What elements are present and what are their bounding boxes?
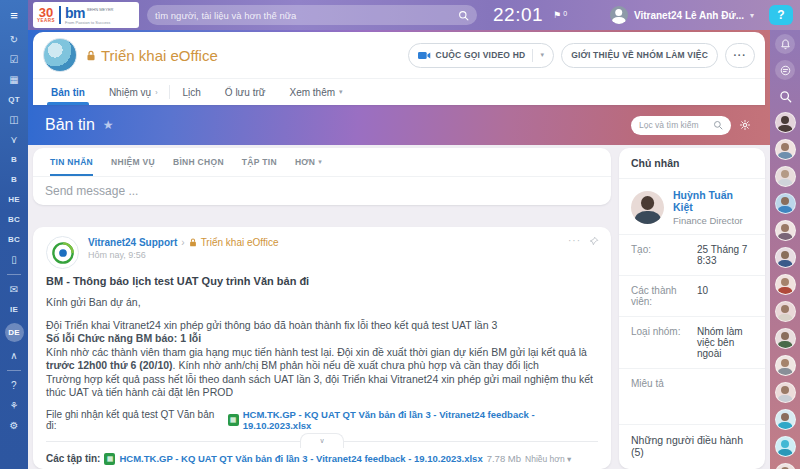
feed-tab-binh-chon[interactable]: BÌNH CHỌN <box>164 148 233 176</box>
global-search[interactable] <box>147 5 477 25</box>
online-user-avatar[interactable] <box>775 139 796 160</box>
online-user-avatar[interactable] <box>775 166 796 187</box>
live-feed-icon[interactable]: ↻ <box>0 33 28 46</box>
attachment-link[interactable]: HCM.TK.GP - KQ UAT QT Văn bản đi lần 3 -… <box>119 453 482 464</box>
message-composer[interactable] <box>33 177 611 205</box>
author-logo-avatar[interactable] <box>46 236 79 269</box>
chevron-down-icon: ▾ <box>567 454 571 464</box>
online-user-avatar[interactable] <box>775 274 796 295</box>
sidebar-item-bc2[interactable]: BC <box>0 233 28 246</box>
chevron-down-icon[interactable]: ▾ <box>540 51 544 59</box>
excel-file-icon: ▦ <box>228 414 239 426</box>
help-icon[interactable]: ? <box>0 379 28 392</box>
group-title-text: Triển khai eOffice <box>101 47 218 64</box>
post-author-link[interactable]: Vitranet24 Support <box>88 237 177 248</box>
created-row: Tạo: 25 Tháng 7 8:33 <box>619 234 765 275</box>
owner-row[interactable]: Huỳnh Tuấn Kiệt Finance Director <box>619 179 765 234</box>
video-call-label: CUỘC GỌI VIDEO HD <box>436 50 526 60</box>
members-value[interactable]: 10 <box>697 285 708 307</box>
flag-counter[interactable]: ⚑ 0 <box>553 10 567 20</box>
search-icon[interactable] <box>775 86 795 106</box>
group-avatar[interactable] <box>43 38 77 72</box>
online-user-avatar[interactable] <box>775 112 796 133</box>
bot-icon[interactable]: ◫ <box>0 113 28 126</box>
online-user-avatar[interactable] <box>775 247 796 268</box>
user-menu[interactable]: Vitranet24 Lê Anh Đứ... ▾ <box>610 6 754 24</box>
group-more-button[interactable]: ··· <box>725 43 755 68</box>
notifications-bell-icon[interactable] <box>775 34 795 54</box>
feed-tab-tin-nhan[interactable]: TIN NHẮN <box>41 148 102 176</box>
video-call-button[interactable]: CUỘC GỌI VIDEO HD ▾ <box>408 43 555 68</box>
feed-tab-nhiem-vu[interactable]: NHIỆM VỤ <box>102 148 164 176</box>
chevron-up-icon[interactable]: ∧ <box>0 349 28 362</box>
clock[interactable]: 22:01 <box>493 4 543 26</box>
tab-xem-them[interactable]: Xem thêm ▾ <box>277 79 354 105</box>
online-user-avatar[interactable] <box>775 301 796 322</box>
top-bar: 30 YEARS bm BEHN MEYER From Passion to S… <box>28 0 800 30</box>
online-user-avatar[interactable] <box>775 463 796 469</box>
online-user-avatar[interactable] <box>775 382 796 403</box>
tasks-icon[interactable]: ☑ <box>0 53 28 66</box>
members-label: Các thành viên: <box>631 285 697 307</box>
pin-icon[interactable] <box>589 236 599 246</box>
post-text-bold: trước 12h00 thứ 6 (20/10) <box>46 359 173 371</box>
owner-name[interactable]: Huỳnh Tuấn Kiệt <box>673 189 753 213</box>
online-user-avatar[interactable] <box>775 355 796 376</box>
collapse-button[interactable]: ∨ <box>300 433 344 448</box>
sidebar-item-bc1[interactable]: BC <box>0 213 28 226</box>
attachments-more-button[interactable]: Nhiều hơn ▾ <box>525 454 571 464</box>
page-title: Bản tin <box>45 116 95 134</box>
feed-tab-label: HƠN <box>295 157 315 167</box>
sidebar-divider <box>7 274 21 275</box>
message-input[interactable] <box>45 184 599 198</box>
company-logo[interactable]: 30 YEARS bm BEHN MEYER From Passion to S… <box>33 2 139 28</box>
sidebar-item-de-active[interactable]: DE <box>5 323 24 342</box>
post-paragraph: Trường hợp kết quả pass hết lỗi theo dan… <box>46 373 598 400</box>
feed-tab-label: NHIỆM VỤ <box>111 157 155 167</box>
moderators-title: Những người điều hành (5) <box>631 434 743 458</box>
online-user-avatar[interactable] <box>775 328 796 349</box>
global-search-input[interactable] <box>155 10 458 21</box>
sidebar-item-b1[interactable]: B <box>0 153 28 166</box>
sidebar-item-ie[interactable]: IE <box>0 303 28 316</box>
sidebar-item-he[interactable]: HE <box>0 193 28 206</box>
tab-label: Lịch <box>182 87 200 98</box>
online-user-avatar[interactable] <box>775 436 796 457</box>
post-menu-icon[interactable]: ··· <box>568 235 581 246</box>
feed-column: TIN NHẮN NHIỆM VỤ BÌNH CHỌN TẬP TIN HƠN … <box>33 148 611 469</box>
document-icon[interactable]: ▯ <box>0 253 28 266</box>
app-window: ≡ ↻ ☑ ▦ QT ◫ ⋎ B B HE BC BC ▯ ✉ IE DE ∧ … <box>0 0 800 469</box>
post-group-link[interactable]: Triển khai eOffice <box>201 237 279 248</box>
sitemap-icon[interactable]: ⚘ <box>0 399 28 412</box>
sidebar-item-b2[interactable]: B <box>0 173 28 186</box>
tab-ban-tin[interactable]: Bản tin <box>39 79 97 105</box>
about-group-button[interactable]: GIỚI THIỆU VỀ NHÓM LÀM VIỆC <box>561 43 718 68</box>
hamburger-menu-icon[interactable]: ≡ <box>10 8 18 23</box>
online-user-avatar[interactable] <box>775 220 796 241</box>
group-title[interactable]: Triển khai eOffice <box>86 47 218 64</box>
feed-tab-tap-tin[interactable]: TẬP TIN <box>233 148 286 176</box>
feed-settings-gear-icon[interactable] <box>739 119 751 131</box>
employees-icon[interactable]: ▦ <box>0 73 28 86</box>
feed-tab-hon[interactable]: HƠN ▾ <box>286 148 331 176</box>
about-group-label: GIỚI THIỆU VỀ NHÓM LÀM VIỆC <box>571 50 708 60</box>
sidebar-item-qt[interactable]: QT <box>0 93 28 106</box>
tab-lich[interactable]: Lịch <box>170 79 212 105</box>
mail-icon[interactable]: ✉ <box>0 283 28 296</box>
funnel-icon[interactable]: ⋎ <box>0 133 28 146</box>
favorite-star-icon[interactable]: ★ <box>103 118 114 132</box>
tab-label: Nhiệm vụ <box>109 87 151 98</box>
file-label: File ghi nhận kết quả test QT Văn bản đi… <box>46 409 224 431</box>
file-link[interactable]: HCM.TK.GP - KQ UAT QT Văn bản đi lần 3 -… <box>243 409 598 431</box>
online-user-avatar[interactable] <box>775 409 796 430</box>
filter-search[interactable] <box>631 116 731 135</box>
help-button[interactable]: ? <box>769 5 793 25</box>
user-avatar <box>610 6 628 24</box>
post-paragraph: Số lỗi Chức năng BM báo: 1 lỗi <box>46 332 598 346</box>
filter-search-input[interactable] <box>639 120 713 130</box>
online-user-avatar[interactable] <box>775 193 796 214</box>
tab-o-luu-tru[interactable]: Ổ lưu trữ <box>213 79 278 105</box>
messenger-icon[interactable] <box>775 60 795 80</box>
tab-nhiem-vu[interactable]: Nhiệm vụ › <box>97 79 170 105</box>
settings-gear-icon[interactable]: ⚙ <box>0 419 28 432</box>
